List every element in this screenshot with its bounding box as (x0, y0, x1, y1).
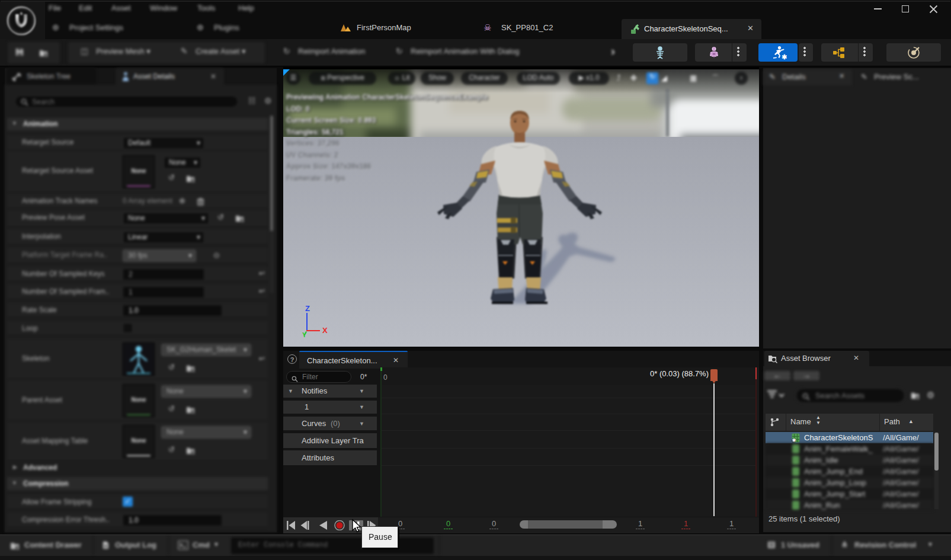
svg-text:✱: ✱ (792, 437, 796, 443)
svg-text:✱: ✱ (782, 53, 787, 60)
